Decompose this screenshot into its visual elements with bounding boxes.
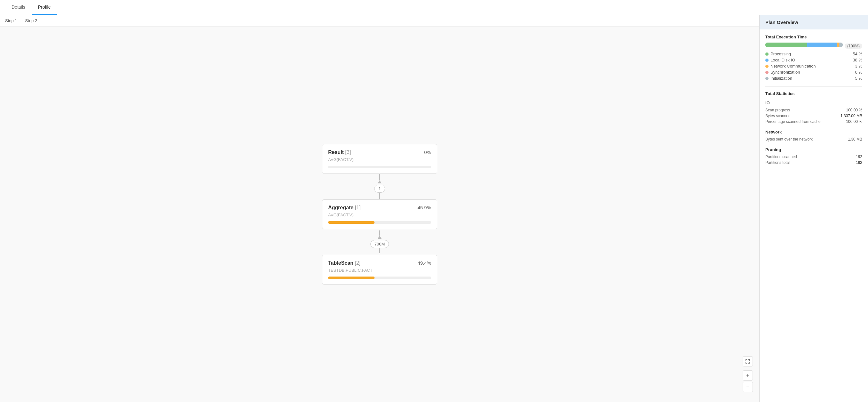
tab-profile[interactable]: Profile <box>32 0 57 15</box>
stats-key-bytes-scanned: Bytes scanned <box>765 114 790 118</box>
stats-key-partitions-total: Partitions total <box>765 160 789 165</box>
breadcrumb: Step 1 → Step 2 <box>0 15 759 27</box>
stats-group-io-label: IO <box>765 99 862 107</box>
app-container: Details Profile Step 1 → Step 2 Result <box>0 0 868 402</box>
node-tablescan[interactable]: TableScan [2] 49.4% TESTDB.PUBLIC.FACT <box>322 255 437 285</box>
exec-legend: Processing 54 % Local Disk IO 38 % <box>765 52 862 81</box>
diagram-canvas: Result [3] 0% AVG(FACT.V) 1 <box>0 27 759 402</box>
legend-dot-network <box>765 65 769 68</box>
node-aggregate-title: Aggregate [1] <box>328 205 361 210</box>
node-tablescan-progress-bg <box>328 277 431 279</box>
stats-group-pruning: Pruning Partitions scanned 192 Partition… <box>765 146 862 166</box>
stats-group-network-label: Network <box>765 128 862 136</box>
legend-dot-disk <box>765 59 769 62</box>
main-area: Step 1 → Step 2 Result [3] 0% AV <box>0 15 868 402</box>
legend-label-sync: Synchronization <box>771 70 800 75</box>
connector-1: 1 <box>374 174 385 199</box>
node-result-header: Result [3] 0% <box>328 149 431 155</box>
node-result-index: [3] <box>345 149 351 155</box>
exec-seg-processing <box>765 42 807 47</box>
connector-line-bottom-1 <box>379 193 380 199</box>
stats-group-network: Network Bytes sent over the network 1.30… <box>765 128 862 142</box>
legend-value-network: 3 % <box>855 64 862 68</box>
breadcrumb-step2[interactable]: Step 2 <box>25 18 37 23</box>
node-tablescan-title: TableScan [2] <box>328 260 361 266</box>
arrow-up-1 <box>378 180 381 183</box>
zoom-out-button[interactable]: − <box>743 382 753 392</box>
tabs-bar: Details Profile <box>0 0 868 15</box>
stats-row-bytes-scanned: Bytes scanned 1,337.00 MB <box>765 113 862 119</box>
node-tablescan-header: TableScan [2] 49.4% <box>328 260 431 266</box>
node-aggregate[interactable]: Aggregate [1] 45.9% AVG(FACT.V) <box>322 199 437 229</box>
node-aggregate-subtitle: AVG(FACT.V) <box>328 212 431 217</box>
tab-details[interactable]: Details <box>5 0 32 15</box>
stats-row-cache-pct: Percentage scanned from cache 100.00 % <box>765 119 862 124</box>
node-result-subtitle: AVG(FACT.V) <box>328 157 431 162</box>
total-stats-section-title: Total Statistics <box>765 91 862 96</box>
node-tablescan-index: [2] <box>355 260 361 266</box>
legend-value-disk: 38 % <box>852 58 862 62</box>
node-tablescan-subtitle: TESTDB.PUBLIC.FACT <box>328 268 431 273</box>
connector-line-bottom-2 <box>379 248 380 253</box>
stats-val-bytes-scanned: 1,337.00 MB <box>840 114 862 118</box>
stats-row-bytes-network: Bytes sent over the network 1.30 MB <box>765 136 862 142</box>
arrow-up-2 <box>378 235 381 239</box>
exec-seg-disk <box>807 42 837 47</box>
stats-val-partitions-total: 192 <box>856 160 862 165</box>
legend-row-sync: Synchronization 0 % <box>765 70 862 75</box>
exec-seg-init <box>839 42 843 47</box>
stats-val-bytes-network: 1.30 MB <box>848 137 862 141</box>
legend-label-network: Network Communication <box>771 64 816 68</box>
fullscreen-button[interactable] <box>743 356 753 367</box>
plan-overview-header: Plan Overview <box>760 15 868 29</box>
connector-2: 700M <box>370 229 389 255</box>
node-aggregate-progress-bg <box>328 221 431 224</box>
exec-time-bar <box>765 42 843 47</box>
legend-value-sync: 0 % <box>855 70 862 75</box>
legend-dot-sync <box>765 71 769 74</box>
stats-row-partitions-scanned: Partitions scanned 192 <box>765 154 862 160</box>
diagram-panel: Step 1 → Step 2 Result [3] 0% AV <box>0 15 759 402</box>
exec-time-section-title: Total Execution Time <box>765 34 862 39</box>
node-column: Result [3] 0% AVG(FACT.V) 1 <box>322 144 437 285</box>
breadcrumb-step1[interactable]: Step 1 <box>5 18 17 23</box>
stats-row-partitions-total: Partitions total 192 <box>765 160 862 166</box>
legend-row-network: Network Communication 3 % <box>765 64 862 68</box>
legend-dot-init <box>765 77 769 80</box>
zoom-in-button[interactable]: + <box>743 370 753 380</box>
breadcrumb-arrow: → <box>19 18 23 23</box>
zoom-controls: + − <box>743 356 753 392</box>
right-panel: Plan Overview Total Execution Time (100%… <box>759 15 868 402</box>
connector-badge-2: 700M <box>370 240 389 248</box>
node-aggregate-pct: 45.9% <box>417 205 431 210</box>
section-divider-1 <box>765 86 862 87</box>
right-panel-content: Total Execution Time (100%) <box>760 29 868 174</box>
stats-val-scan-progress: 100.00 % <box>846 108 862 112</box>
connector-badge-1: 1 <box>374 185 385 193</box>
legend-value-init: 5 % <box>855 76 862 81</box>
connector-line-top-1 <box>379 174 380 180</box>
node-result-title: Result [3] <box>328 149 351 155</box>
exec-seg-network <box>837 42 839 47</box>
node-aggregate-progress-fill <box>328 221 374 224</box>
node-result-pct: 0% <box>424 149 431 155</box>
connector-line-top-2 <box>379 230 380 235</box>
stats-key-scan-progress: Scan progress <box>765 108 790 112</box>
stats-key-cache-pct: Percentage scanned from cache <box>765 119 821 124</box>
legend-label-processing: Processing <box>771 52 791 56</box>
legend-label-init: Initialization <box>771 76 792 81</box>
stats-group-io: IO Scan progress 100.00 % Bytes scanned … <box>765 99 862 124</box>
stats-val-partitions-scanned: 192 <box>856 154 862 159</box>
legend-row-disk: Local Disk IO 38 % <box>765 58 862 62</box>
node-tablescan-progress-fill <box>328 277 374 279</box>
legend-dot-processing <box>765 53 769 56</box>
node-result-progress-bg <box>328 166 431 168</box>
node-tablescan-pct: 49.4% <box>417 260 431 266</box>
stats-key-bytes-network: Bytes sent over the network <box>765 137 813 141</box>
node-result[interactable]: Result [3] 0% AVG(FACT.V) <box>322 144 437 174</box>
stats-row-scan-progress: Scan progress 100.00 % <box>765 107 862 113</box>
legend-value-processing: 54 % <box>852 52 862 56</box>
exec-total-row: (100%) <box>765 42 862 50</box>
legend-row-processing: Processing 54 % <box>765 52 862 56</box>
legend-row-init: Initialization 5 % <box>765 76 862 81</box>
